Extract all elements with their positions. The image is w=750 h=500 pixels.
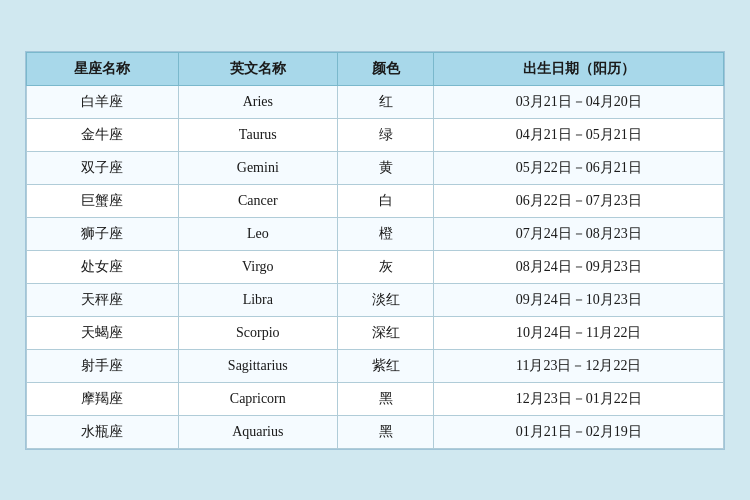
- cell-color: 紫红: [337, 349, 434, 382]
- table-row: 白羊座Aries红03月21日－04月20日: [27, 85, 724, 118]
- cell-dates: 07月24日－08月23日: [434, 217, 724, 250]
- cell-dates: 04月21日－05月21日: [434, 118, 724, 151]
- cell-chinese-name: 处女座: [27, 250, 179, 283]
- table-header-row: 星座名称 英文名称 颜色 出生日期（阳历）: [27, 52, 724, 85]
- table-row: 水瓶座Aquarius黑01月21日－02月19日: [27, 415, 724, 448]
- table-row: 金牛座Taurus绿04月21日－05月21日: [27, 118, 724, 151]
- cell-english-name: Aquarius: [178, 415, 337, 448]
- cell-english-name: Gemini: [178, 151, 337, 184]
- cell-color: 灰: [337, 250, 434, 283]
- header-chinese-name: 星座名称: [27, 52, 179, 85]
- table-row: 天蝎座Scorpio深红10月24日－11月22日: [27, 316, 724, 349]
- cell-dates: 12月23日－01月22日: [434, 382, 724, 415]
- cell-color: 橙: [337, 217, 434, 250]
- cell-color: 黑: [337, 415, 434, 448]
- zodiac-table: 星座名称 英文名称 颜色 出生日期（阳历） 白羊座Aries红03月21日－04…: [26, 52, 724, 449]
- cell-dates: 03月21日－04月20日: [434, 85, 724, 118]
- cell-color: 红: [337, 85, 434, 118]
- cell-chinese-name: 狮子座: [27, 217, 179, 250]
- cell-dates: 09月24日－10月23日: [434, 283, 724, 316]
- header-english-name: 英文名称: [178, 52, 337, 85]
- cell-chinese-name: 天蝎座: [27, 316, 179, 349]
- cell-chinese-name: 天秤座: [27, 283, 179, 316]
- cell-english-name: Aries: [178, 85, 337, 118]
- zodiac-table-container: 星座名称 英文名称 颜色 出生日期（阳历） 白羊座Aries红03月21日－04…: [25, 51, 725, 450]
- cell-dates: 06月22日－07月23日: [434, 184, 724, 217]
- cell-color: 淡红: [337, 283, 434, 316]
- cell-chinese-name: 巨蟹座: [27, 184, 179, 217]
- cell-dates: 10月24日－11月22日: [434, 316, 724, 349]
- cell-dates: 01月21日－02月19日: [434, 415, 724, 448]
- cell-english-name: Taurus: [178, 118, 337, 151]
- cell-chinese-name: 金牛座: [27, 118, 179, 151]
- cell-chinese-name: 白羊座: [27, 85, 179, 118]
- cell-color: 黄: [337, 151, 434, 184]
- cell-english-name: Cancer: [178, 184, 337, 217]
- cell-chinese-name: 双子座: [27, 151, 179, 184]
- cell-dates: 08月24日－09月23日: [434, 250, 724, 283]
- table-row: 射手座Sagittarius紫红11月23日－12月22日: [27, 349, 724, 382]
- cell-english-name: Capricorn: [178, 382, 337, 415]
- cell-chinese-name: 水瓶座: [27, 415, 179, 448]
- cell-english-name: Leo: [178, 217, 337, 250]
- table-row: 处女座Virgo灰08月24日－09月23日: [27, 250, 724, 283]
- header-color: 颜色: [337, 52, 434, 85]
- cell-color: 深红: [337, 316, 434, 349]
- table-body: 白羊座Aries红03月21日－04月20日金牛座Taurus绿04月21日－0…: [27, 85, 724, 448]
- table-row: 天秤座Libra淡红09月24日－10月23日: [27, 283, 724, 316]
- cell-english-name: Scorpio: [178, 316, 337, 349]
- cell-color: 绿: [337, 118, 434, 151]
- table-row: 狮子座Leo橙07月24日－08月23日: [27, 217, 724, 250]
- table-row: 巨蟹座Cancer白06月22日－07月23日: [27, 184, 724, 217]
- cell-dates: 05月22日－06月21日: [434, 151, 724, 184]
- cell-color: 黑: [337, 382, 434, 415]
- cell-chinese-name: 射手座: [27, 349, 179, 382]
- header-dates: 出生日期（阳历）: [434, 52, 724, 85]
- table-row: 摩羯座Capricorn黑12月23日－01月22日: [27, 382, 724, 415]
- cell-chinese-name: 摩羯座: [27, 382, 179, 415]
- cell-english-name: Libra: [178, 283, 337, 316]
- cell-english-name: Virgo: [178, 250, 337, 283]
- cell-dates: 11月23日－12月22日: [434, 349, 724, 382]
- cell-english-name: Sagittarius: [178, 349, 337, 382]
- cell-color: 白: [337, 184, 434, 217]
- table-row: 双子座Gemini黄05月22日－06月21日: [27, 151, 724, 184]
